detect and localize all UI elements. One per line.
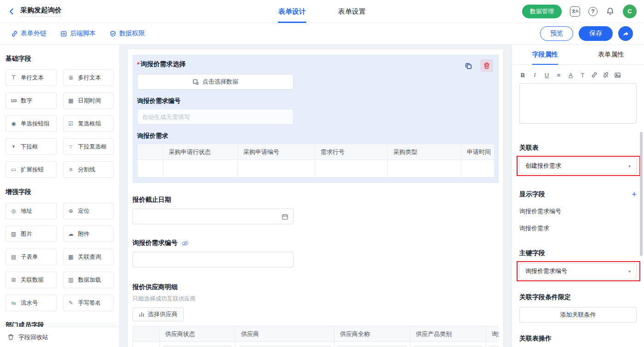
link-icon [591,72,598,78]
field-description-textarea[interactable] [519,83,637,124]
underline-button[interactable]: U [543,72,550,79]
field-button-multi-line-text[interactable]: ≣多行文本 [63,69,114,86]
bold-button[interactable]: B [519,72,526,79]
font-color-button[interactable]: A [567,72,574,79]
notification-bell-icon[interactable] [606,7,615,16]
field-button-address[interactable]: ◎地址 [6,203,57,219]
supplier-status-input[interactable] [163,346,231,347]
inquiry-number-field-input[interactable] [132,252,293,267]
signature-icon: ✎ [67,300,75,306]
backend-script-link-label: 后端脚本 [70,29,96,38]
select-data-button[interactable]: 点击选择数据 [137,74,293,90]
th-supply-category: 供应产品类别 [410,326,486,342]
field-label: 扩展按钮 [21,166,44,174]
field-button-subform[interactable]: ▤子表单 [6,249,57,265]
field-button-location[interactable]: ⊕定位 [63,203,114,219]
insert-link-button[interactable] [591,72,598,78]
field-label: 复选框组 [78,120,101,128]
field-label: 单选按钮组 [21,120,50,128]
help-icon[interactable]: ? [588,7,598,16]
field-button-extend-button[interactable]: ▭扩展按钮 [6,161,57,178]
table-empty-row [138,160,494,177]
field-button-image[interactable]: ▨图片 [6,226,57,242]
selected-field-card[interactable]: * 询报价需求选择 点击选择数据 [132,55,499,183]
italic-button[interactable]: I [531,71,538,79]
field-button-select[interactable]: ▼下拉框 [6,138,57,155]
font-size-button[interactable]: T [579,72,586,79]
primary-field-select-wrap: 询报价需求编号 ▾ [519,263,637,279]
tab-form-settings[interactable]: 表单设置 [335,0,368,23]
data-permission-link[interactable]: 数据权限 [109,29,145,38]
image-icon [614,72,621,79]
field-button-radio-group[interactable]: ◉单选按钮组 [6,115,57,132]
bars-chart-icon [138,311,145,318]
supply-category-input[interactable] [414,346,482,347]
th-supplier-fullname: 供应商全称 [334,326,410,342]
supplier-input[interactable] [239,346,330,347]
data-load-icon: ▥ [67,277,75,283]
field-button-multi-select[interactable]: ▽下拉复选框 [63,138,114,155]
primary-field-select[interactable]: 询报价需求编号 ▾ [519,263,637,279]
copy-icon [465,62,472,70]
rich-text-toolbar: B I U ≡ A T [519,71,637,79]
share-button[interactable] [618,26,633,41]
field-recycle-bin[interactable]: 字段回收站 [0,327,119,347]
supplier-detail-field[interactable]: 报价供应商明细 只能选择成功互联供应商 选择供应商 供应商状态 [132,283,499,347]
panel-scrollbar-thumb[interactable] [640,132,643,256]
form-external-link[interactable]: 表单外链 [11,29,46,38]
property-panel-body: B I U ≡ A T 关联表 创建报价需求 ▾ [512,65,644,347]
field-button-linked-data[interactable]: ⊞关联数据 [6,272,57,288]
field-button-checkbox-group[interactable]: ☑复选框组 [63,115,114,132]
preview-button[interactable]: 预览 [540,26,573,41]
duplicate-field-button[interactable] [462,59,475,72]
field-label: 图片 [21,230,32,238]
deadline-date-input[interactable] [132,209,293,224]
language-icon[interactable]: 文A [570,6,580,17]
field-label: 关联查询 [78,253,101,261]
field-button-datetime[interactable]: ▦日期时间 [63,92,114,109]
primary-field-label: 主键字段 [519,249,637,257]
field-button-attachment[interactable]: ☁附件 [63,226,114,242]
data-manage-button[interactable]: 数据管理 [522,5,562,18]
select-data-button-label: 点击选择数据 [202,78,238,86]
inquiry-number-field[interactable]: 询报价需求编号 [132,239,499,267]
align-button[interactable]: ≡ [555,72,562,79]
field-button-data-load[interactable]: ▥数据加载 [63,272,114,288]
field-button-signature[interactable]: ✎手写签名 [63,295,114,311]
back-button[interactable] [7,7,16,16]
display-field-item[interactable]: 询报价需求编号 [519,207,637,216]
field-button-number[interactable]: 123数字 [6,92,57,109]
add-display-field-button[interactable]: + [632,190,637,199]
save-button[interactable]: 保存 [579,26,613,41]
field-button-linked-query[interactable]: ▩关联查询 [63,249,114,265]
related-table-select[interactable]: 创建报价需求 ▾ [519,158,637,174]
delete-field-button[interactable] [480,59,493,72]
tab-field-properties-label: 字段属性 [532,51,558,59]
th-inquiry-cut: 询报 [486,326,499,342]
row-index-cell: 1 [133,342,160,347]
field-button-divider[interactable]: ≡分割线 [63,161,114,178]
field-button-serial-number[interactable]: №流水号 [6,295,57,311]
deadline-field[interactable]: 报价截止日期 [132,196,499,224]
field-button-single-line-text[interactable]: T单行文本 [6,69,57,86]
select-supplier-button[interactable]: 选择供应商 [132,307,184,321]
form-external-link-label: 表单外链 [21,29,46,38]
supplier-fullname-input[interactable] [338,346,406,347]
add-condition-button[interactable]: 添加关联条件 [519,307,637,323]
serial-number-icon: № [10,301,17,306]
attachment-icon: ☁ [67,231,75,237]
tab-form-properties[interactable]: 表单属性 [578,45,644,64]
remove-link-button[interactable] [603,72,609,78]
user-avatar[interactable]: C [623,5,637,18]
tab-field-properties[interactable]: 字段属性 [512,45,578,64]
display-field-item[interactable]: 询报价需求 [519,224,637,233]
inquiry-number-input[interactable] [137,109,293,125]
backend-script-link[interactable]: 后端脚本 [60,29,96,38]
tab-form-design[interactable]: 表单设计 [276,0,309,23]
table-header-row: 采购申请行状态 采购申请编号 需求行号 采购类型 申请时间 [138,144,494,160]
inquiry-cut-input[interactable] [490,346,499,347]
th-apply-time: 申请时间 [461,144,494,160]
section-title-basic: 基础字段 [6,55,114,63]
insert-image-button[interactable] [614,72,621,79]
th-request-line-status: 采购申请行状态 [163,144,238,160]
